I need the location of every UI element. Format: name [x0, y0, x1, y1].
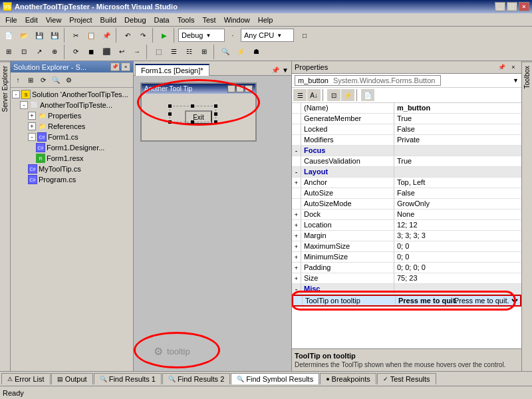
prop-row-dock[interactable]: + Dock None	[292, 209, 521, 220]
tab-output[interactable]: ▤ Output	[51, 373, 93, 384]
close-design[interactable]: ▼	[281, 65, 290, 75]
prop-row-autosizemode[interactable]: AutoSizeMode GrowOnly	[292, 199, 521, 209]
tab-find-results-2[interactable]: 🔍 Find Results 2	[162, 373, 230, 384]
tree-programcs[interactable]: C# Program.cs	[12, 174, 132, 185]
se-tb2[interactable]: ⊞	[25, 74, 37, 86]
menu-edit[interactable]: Edit	[21, 15, 42, 25]
menu-data[interactable]: Data	[150, 15, 174, 25]
menu-test[interactable]: Test	[198, 15, 219, 25]
menu-view[interactable]: View	[42, 15, 66, 25]
se-tb3[interactable]: ⟳	[37, 74, 49, 86]
menu-window[interactable]: Window	[220, 15, 254, 25]
tb-copy[interactable]: 📋	[84, 28, 98, 43]
tb-cut[interactable]: ✂	[68, 28, 83, 43]
prop-val-tooltip[interactable]: Press me to quit. Press me to quit.	[396, 296, 520, 305]
tab-test-results[interactable]: ✓ Test Results	[377, 373, 436, 384]
tb-open[interactable]: 📂	[17, 28, 31, 43]
design-tab[interactable]: Form1.cs [Design]*	[135, 64, 209, 76]
tab-breakpoints[interactable]: ● Breakpoints	[320, 373, 376, 384]
prop-row-padding[interactable]: + Padding 0; 0; 0; 0	[292, 263, 521, 273]
exit-button[interactable]: Exit	[185, 110, 212, 124]
prop-alphabetical[interactable]: A↓	[307, 89, 321, 101]
platform-dropdown[interactable]: Any CPU ▼	[241, 29, 294, 42]
tb2-6[interactable]: ◼	[84, 45, 98, 59]
prop-close[interactable]: ×	[508, 63, 519, 72]
prop-val-name[interactable]: m_button	[394, 103, 521, 113]
prop-val-generatemember[interactable]: True	[394, 114, 521, 124]
prop-row-margin[interactable]: + Margin 3; 3; 3; 3	[292, 231, 521, 241]
expand-project[interactable]: -	[20, 101, 28, 109]
tb2-16[interactable]: ☗	[249, 45, 263, 59]
tab-find-results-1[interactable]: 🔍 Find Results 1	[94, 373, 162, 384]
tree-form1cs[interactable]: - C# Form1.cs	[12, 132, 132, 142]
prop-val-causesvalidation[interactable]: True	[394, 156, 521, 166]
tb2-4[interactable]: ⊕	[47, 45, 62, 59]
prop-row-minimumsize[interactable]: + MinimumSize 0; 0	[292, 252, 521, 263]
tb-start[interactable]: ▶	[157, 28, 172, 43]
minimize-button[interactable]: _	[495, 2, 505, 11]
maximize-button[interactable]: □	[507, 2, 517, 11]
tb-extra1[interactable]: □	[297, 28, 312, 43]
prop-val-minimumsize[interactable]: 0; 0	[394, 252, 521, 262]
tree-form1resx[interactable]: R Form1.resx	[12, 153, 132, 164]
tb2-7[interactable]: ⬛	[99, 45, 114, 59]
prop-val-modifiers[interactable]: Private	[394, 135, 521, 145]
server-explorer-tab[interactable]: Server Explorer	[0, 61, 10, 116]
tree-solution[interactable]: - S Solution 'AnotherToolTipTes...	[12, 89, 132, 100]
tree-properties[interactable]: + 📁 Properties	[12, 110, 132, 121]
tb-saveall[interactable]: 💾	[47, 28, 62, 43]
expand-form1cs[interactable]: -	[28, 133, 36, 141]
tree-mytooltip[interactable]: C# MyToolTip.cs	[12, 164, 132, 174]
menu-tools[interactable]: Tools	[174, 15, 199, 25]
tb2-5[interactable]: ⟳	[68, 45, 83, 59]
tb2-13[interactable]: ⊞	[197, 45, 211, 59]
menu-build[interactable]: Build	[96, 15, 120, 25]
tb2-10[interactable]: ⬚	[151, 45, 166, 59]
tb2-12[interactable]: ☷	[182, 45, 196, 59]
tree-project[interactable]: - ⬜ AnotherToolTipTeste...	[12, 100, 132, 110]
prop-val-size[interactable]: 75; 23	[394, 273, 521, 283]
prop-row-modifiers[interactable]: Modifiers Private	[292, 135, 521, 146]
prop-val-padding[interactable]: 0; 0; 0; 0	[394, 263, 521, 273]
prop-row-tooltip[interactable]: ToolTip on tooltip Press me to quit. Pre…	[292, 295, 521, 307]
tb2-3[interactable]: ↗	[32, 45, 47, 59]
tb-redo[interactable]: ↷	[136, 28, 150, 43]
prop-pin[interactable]: 📌	[496, 63, 507, 72]
pin-design[interactable]: 📌	[270, 65, 281, 75]
prop-row-generatemember[interactable]: GenerateMember True	[292, 114, 521, 124]
tab-find-symbol-results[interactable]: 🔍 Find Symbol Results	[231, 373, 319, 384]
prop-row-locked[interactable]: Locked False	[292, 124, 521, 135]
pin-button[interactable]: 📌	[110, 63, 120, 71]
object-dropdown[interactable]: m_button System.Windows.Forms.Button	[295, 75, 441, 86]
prop-row-maximumsize[interactable]: + MaximumSize 0; 0	[292, 241, 521, 252]
tab-error-list[interactable]: ⚠ Error List	[1, 373, 51, 384]
tb-new[interactable]: 📄	[1, 28, 16, 43]
tb2-9[interactable]: →	[130, 45, 144, 59]
prop-row-name[interactable]: (Name) m_button	[292, 103, 521, 114]
prop-row-causesvalidation[interactable]: CausesValidation True	[292, 156, 521, 167]
mini-maximize[interactable]: □	[236, 85, 244, 92]
expand-properties[interactable]: +	[28, 112, 36, 120]
prop-pages[interactable]: 📄	[361, 89, 374, 101]
tree-form1designer[interactable]: C# Form1.Designer...	[12, 142, 132, 153]
prop-row-size[interactable]: + Size 75; 23	[292, 273, 521, 284]
menu-help[interactable]: Help	[254, 15, 277, 25]
se-tb1[interactable]: ↑	[12, 74, 24, 86]
prop-row-location[interactable]: + Location 12; 12	[292, 220, 521, 231]
tooltip-val-dropdown[interactable]: Press me to quit.	[452, 296, 520, 305]
se-tb5[interactable]: ⚙	[63, 74, 74, 86]
prop-val-locked[interactable]: False	[394, 124, 521, 134]
tb2-15[interactable]: ⚡	[233, 45, 248, 59]
expand-solution[interactable]: -	[12, 90, 20, 98]
prop-val-dock[interactable]: None	[394, 209, 521, 219]
object-dropdown-arrow[interactable]: ▼	[513, 77, 519, 84]
prop-val-margin[interactable]: 3; 3; 3; 3	[394, 231, 521, 241]
prop-val-location[interactable]: 12; 12	[394, 220, 521, 230]
tb2-11[interactable]: ☰	[166, 45, 181, 59]
tb2-2[interactable]: ⊡	[17, 45, 31, 59]
tb2-1[interactable]: ⊞	[1, 45, 16, 59]
tb-undo[interactable]: ↶	[120, 28, 135, 43]
prop-categorized[interactable]: ☰	[293, 89, 307, 101]
close-button[interactable]: ×	[519, 2, 529, 11]
prop-properties[interactable]: ⊡	[327, 89, 340, 101]
